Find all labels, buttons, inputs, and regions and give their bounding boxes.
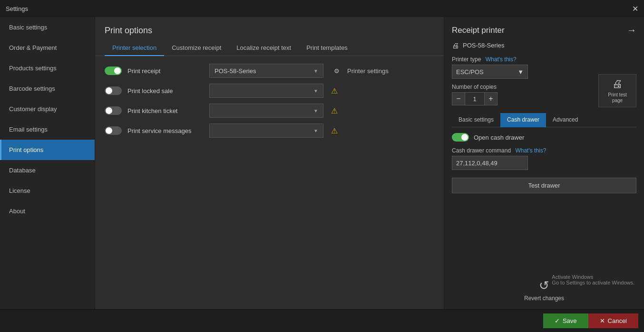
print-receipt-row: Print receipt POS-58-Series ▼ ⚙ Printer …: [105, 64, 434, 78]
open-cash-toggle[interactable]: [452, 133, 469, 142]
sidebar-label-customer-display: Customer display: [9, 105, 57, 113]
save-label: Save: [563, 317, 577, 324]
print-locked-sale-toggle[interactable]: [105, 86, 122, 95]
title-bar: Settings ✕: [0, 0, 644, 17]
dropdown-arrow-icon-4: ▼: [313, 128, 318, 133]
sidebar-label-license: License: [9, 187, 30, 194]
sidebar-item-basic-settings[interactable]: Basic settings: [0, 17, 95, 38]
print-locked-sale-label: Print locked sale: [127, 87, 204, 95]
printer-type-select[interactable]: ESC/POS ▼: [452, 65, 528, 79]
right-tabs: Basic settings Cash drawer Advanced: [452, 113, 636, 127]
close-button[interactable]: ✕: [632, 4, 638, 13]
cancel-label: Cancel: [608, 317, 627, 324]
sidebar-label-print-options: Print options: [9, 146, 43, 153]
sidebar-item-print-options[interactable]: Print options: [0, 140, 95, 160]
open-cash-label: Open cash drawer: [474, 134, 524, 141]
sidebar-item-order-payment[interactable]: Order & Payment: [0, 38, 95, 58]
print-kitchen-ticket-row: Print kitchen ticket ▼ ⚠: [105, 104, 434, 118]
right-tab-cash-drawer[interactable]: Cash drawer: [500, 113, 546, 127]
print-icon: 🖨: [612, 78, 623, 90]
warn-icon-service: ⚠: [331, 126, 338, 135]
test-page-box[interactable]: 🖨 Print test page: [598, 74, 636, 107]
receipt-printer-title: Receipt printer: [452, 26, 505, 35]
toggle-knob: [114, 67, 121, 74]
sidebar-item-about[interactable]: About: [0, 201, 95, 221]
sidebar-item-database[interactable]: Database: [0, 160, 95, 180]
printer-type-arrow: ▼: [517, 68, 524, 76]
print-receipt-label: Print receipt: [127, 67, 204, 75]
sidebar-label-products-settings: Products settings: [9, 65, 57, 72]
toggle-knob-3: [106, 107, 112, 114]
print-service-messages-toggle[interactable]: [105, 126, 122, 135]
cancel-button[interactable]: ✕ Cancel: [588, 313, 638, 328]
print-kitchen-ticket-toggle[interactable]: [105, 106, 122, 115]
dropdown-arrow-icon-3: ▼: [313, 108, 318, 114]
tab-print-templates[interactable]: Print templates: [299, 40, 355, 56]
save-check-icon: ✓: [555, 317, 560, 324]
warn-icon-kitchen: ⚠: [331, 106, 338, 115]
right-tab-basic-settings[interactable]: Basic settings: [452, 113, 500, 127]
sidebar-label-email-settings: Email settings: [9, 126, 48, 133]
cash-command-input[interactable]: [452, 156, 528, 170]
open-cash-row: Open cash drawer: [452, 133, 636, 142]
print-receipt-toggle[interactable]: [105, 66, 122, 75]
revert-icon[interactable]: ↺: [539, 278, 549, 293]
cash-command-label: Cash drawer command What's this?: [452, 147, 636, 154]
save-button[interactable]: ✓ Save: [543, 313, 588, 328]
printer-icon: 🖨: [452, 41, 459, 49]
right-panel: Receipt printer → 🖨 POS-58-Series 🖨 Prin…: [444, 17, 644, 309]
right-tab-advanced[interactable]: Advanced: [546, 113, 585, 127]
sidebar-item-customer-display[interactable]: Customer display: [0, 99, 95, 119]
receipt-printer-arrow[interactable]: →: [627, 25, 636, 36]
center-panel: Print options Printer selection Customiz…: [95, 17, 444, 309]
sidebar-label-barcode-settings: Barcode settings: [9, 85, 55, 92]
cash-command-row: Cash drawer command What's this?: [452, 147, 636, 170]
print-receipt-dropdown[interactable]: POS-58-Series ▼: [209, 64, 323, 78]
bottom-bar: ✓ Save ✕ Cancel: [0, 309, 644, 332]
cancel-x-icon: ✕: [600, 317, 605, 324]
printer-type-label: Printer type What's this?: [452, 56, 636, 63]
warn-icon-locked-sale: ⚠: [331, 86, 338, 95]
settings-window: Settings ✕ Basic settings Order & Paymen…: [0, 0, 644, 332]
sidebar-label-database: Database: [9, 167, 36, 174]
revert-section: ↺ Revert changes: [452, 269, 636, 302]
copies-decrement[interactable]: −: [452, 92, 465, 105]
print-receipt-dropdown-value: POS-58-Series: [215, 67, 256, 75]
printer-type-value: ESC/POS: [456, 68, 484, 76]
dropdown-arrow-icon: ▼: [313, 68, 318, 74]
print-locked-sale-dropdown[interactable]: ▼: [209, 84, 323, 98]
tab-printer-selection[interactable]: Printer selection: [105, 40, 164, 56]
tabs-bar: Printer selection Customize receipt Loca…: [95, 40, 444, 56]
what-this-link-2[interactable]: What's this?: [515, 147, 546, 154]
revert-label: Revert changes: [524, 295, 564, 302]
sidebar-label-order-payment: Order & Payment: [9, 44, 57, 51]
sidebar-item-license[interactable]: License: [0, 180, 95, 201]
toggle-knob-4: [106, 127, 112, 134]
sidebar-item-products-settings[interactable]: Products settings: [0, 58, 95, 78]
print-kitchen-ticket-dropdown[interactable]: ▼: [209, 104, 323, 118]
dropdown-arrow-icon-2: ▼: [313, 88, 318, 94]
sidebar-item-barcode-settings[interactable]: Barcode settings: [0, 78, 95, 99]
copies-increment[interactable]: +: [484, 92, 498, 105]
print-service-messages-dropdown[interactable]: ▼: [209, 123, 323, 138]
printer-settings-label[interactable]: Printer settings: [347, 67, 389, 75]
printer-rows: Print receipt POS-58-Series ▼ ⚙ Printer …: [95, 56, 444, 145]
print-service-messages-row: Print service messages ▼ ⚠: [105, 123, 434, 138]
test-drawer-button[interactable]: Test drawer: [452, 178, 636, 193]
printer-name-row: 🖨 POS-58-Series: [452, 41, 636, 49]
what-this-link[interactable]: What's this?: [486, 56, 517, 63]
printer-name: POS-58-Series: [463, 42, 504, 49]
sidebar-label-about: About: [9, 208, 25, 215]
test-page-label: Print test page: [604, 92, 631, 104]
panel-title: Print options: [95, 17, 444, 40]
tab-localize-receipt-text[interactable]: Localize receipt text: [229, 40, 299, 56]
sidebar-item-email-settings[interactable]: Email settings: [0, 119, 95, 140]
copies-value: 1: [465, 92, 484, 105]
print-kitchen-ticket-label: Print kitchen ticket: [127, 107, 204, 114]
print-service-messages-label: Print service messages: [127, 127, 204, 134]
sidebar: Basic settings Order & Payment Products …: [0, 17, 95, 309]
tab-customize-receipt[interactable]: Customize receipt: [164, 40, 229, 56]
receipt-printer-header: Receipt printer →: [452, 25, 636, 36]
print-locked-sale-row: Print locked sale ▼ ⚠: [105, 84, 434, 98]
toggle-knob-2: [106, 87, 112, 94]
